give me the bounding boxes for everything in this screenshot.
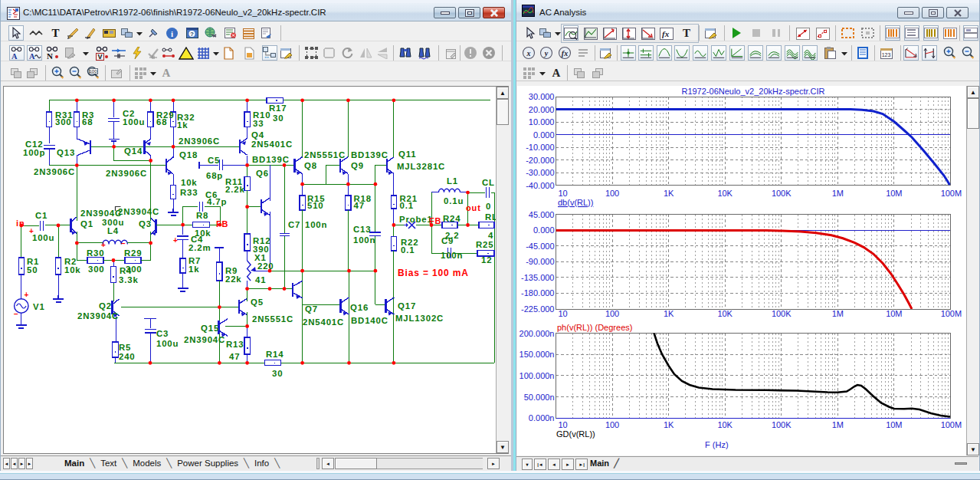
svg-text:0.1: 0.1 [400, 201, 414, 210]
svg-text:in: in [16, 219, 25, 228]
svg-text:10K: 10K [717, 420, 733, 429]
svg-text:A: A [28, 51, 34, 60]
svg-text:V: V [97, 53, 102, 61]
svg-text:41: 41 [255, 275, 266, 284]
svg-text:4.7p: 4.7p [207, 197, 227, 206]
svg-text:2N3904C: 2N3904C [184, 335, 225, 344]
svg-text:10: 10 [559, 420, 568, 429]
svg-text:Q5: Q5 [251, 298, 264, 307]
svg-text:V1: V1 [33, 302, 45, 311]
svg-text:y: y [544, 49, 549, 58]
svg-text:-180.000: -180.000 [521, 288, 554, 298]
svg-text:100u: 100u [123, 117, 145, 127]
svg-text:C9: C9 [441, 236, 454, 245]
svg-text:db(v(RL)): db(v(RL)) [558, 198, 593, 207]
svg-text:R13: R13 [226, 340, 244, 349]
svg-text:ph(v(RL)) (Degrees): ph(v(RL)) (Degrees) [557, 323, 632, 332]
svg-text:2N5401C: 2N5401C [303, 317, 344, 327]
svg-text:240: 240 [119, 352, 136, 361]
svg-text:220: 220 [257, 261, 274, 271]
svg-text:Q4: Q4 [251, 130, 264, 140]
svg-text:-10.000: -10.000 [526, 143, 554, 152]
svg-text:1K: 1K [664, 420, 674, 429]
svg-text:i: i [170, 28, 172, 38]
svg-text:C3: C3 [156, 329, 169, 338]
svg-text:30: 30 [272, 369, 283, 378]
svg-text:MJL3281C: MJL3281C [397, 162, 445, 171]
svg-text:0.000n: 0.000n [529, 413, 555, 422]
svg-text:0.1u: 0.1u [444, 196, 464, 205]
svg-text:Q16: Q16 [350, 303, 369, 312]
svg-text:Probe1: Probe1 [399, 215, 433, 224]
svg-text:FB: FB [429, 216, 441, 225]
svg-text:510: 510 [307, 201, 324, 210]
svg-text:2N5551C: 2N5551C [252, 314, 293, 324]
svg-text:Q7: Q7 [305, 304, 318, 314]
svg-text:R17: R17 [269, 104, 287, 113]
svg-text:0.1: 0.1 [401, 245, 415, 255]
svg-text:100.000n: 100.000n [519, 371, 555, 380]
svg-text:R1972-06Neulo_v2_20kHz-spectr.: R1972-06Neulo_v2_20kHz-spectr.CIR [681, 87, 824, 96]
svg-text:C7: C7 [288, 220, 300, 229]
svg-text:10: 10 [559, 309, 568, 318]
svg-text:0: 0 [486, 202, 491, 211]
svg-text:2N3906C: 2N3906C [34, 167, 75, 176]
svg-text:2N3904C: 2N3904C [118, 207, 159, 216]
svg-text:10k: 10k [181, 178, 198, 187]
svg-text:150.000n: 150.000n [519, 350, 555, 359]
svg-text:100n: 100n [305, 220, 327, 229]
svg-text:R29: R29 [124, 248, 142, 258]
svg-text:0.000: 0.000 [533, 225, 555, 235]
svg-text:100n: 100n [441, 251, 463, 260]
svg-text:22k: 22k [225, 275, 242, 284]
svg-text:-30.000: -30.000 [526, 168, 554, 177]
svg-text:Q1: Q1 [80, 219, 93, 228]
svg-text:L1: L1 [447, 176, 458, 186]
svg-text:2N3904C: 2N3904C [80, 209, 122, 218]
svg-text:Q14: Q14 [124, 146, 143, 156]
svg-text:100: 100 [605, 309, 619, 318]
svg-text:x: x [526, 49, 531, 58]
svg-text:+: + [25, 291, 30, 299]
svg-text:FB: FB [216, 219, 228, 228]
svg-text:47: 47 [229, 352, 240, 361]
svg-text:+: + [29, 227, 34, 235]
svg-text:C1: C1 [35, 211, 48, 220]
svg-text:fx: fx [662, 29, 670, 38]
svg-text:A: A [11, 51, 18, 60]
svg-text:10k: 10k [64, 265, 81, 275]
svg-text:2N3904C: 2N3904C [77, 311, 119, 321]
svg-text:C5: C5 [208, 156, 220, 165]
svg-text:100: 100 [89, 69, 97, 74]
svg-text:Bias = 100 mA: Bias = 100 mA [398, 268, 469, 278]
svg-text:RL: RL [485, 212, 496, 222]
svg-text:68p: 68p [206, 171, 223, 180]
svg-text:20.000: 20.000 [529, 105, 555, 114]
svg-text:10.000: 10.000 [529, 117, 555, 127]
svg-text:2.2k: 2.2k [225, 185, 245, 194]
svg-text:BD139C: BD139C [252, 155, 290, 164]
svg-text:1k: 1k [177, 120, 188, 130]
svg-text:L4: L4 [107, 226, 119, 235]
svg-text:?: ? [190, 31, 194, 38]
svg-text:Q6: Q6 [256, 169, 269, 178]
svg-text:100K: 100K [772, 189, 792, 198]
svg-text:1M: 1M [832, 309, 844, 318]
svg-text:R4: R4 [120, 266, 132, 275]
svg-text:33: 33 [253, 119, 264, 128]
svg-text:45.000: 45.000 [529, 210, 555, 219]
svg-text:R33: R33 [180, 188, 198, 197]
svg-text:10M: 10M [886, 189, 902, 198]
svg-text:+: + [101, 241, 107, 249]
svg-text:30: 30 [273, 113, 284, 123]
svg-text:R14: R14 [266, 350, 284, 359]
svg-text:2N3906C: 2N3906C [179, 136, 220, 146]
svg-text:1M: 1M [832, 420, 844, 429]
svg-text:Q3: Q3 [139, 219, 152, 228]
svg-text:N: N [47, 51, 53, 61]
svg-text:100n: 100n [353, 235, 375, 245]
svg-text:R8: R8 [196, 211, 208, 220]
svg-text:Q11: Q11 [398, 150, 416, 159]
svg-text:1M: 1M [832, 189, 844, 198]
svg-text:0.000: 0.000 [533, 130, 555, 140]
